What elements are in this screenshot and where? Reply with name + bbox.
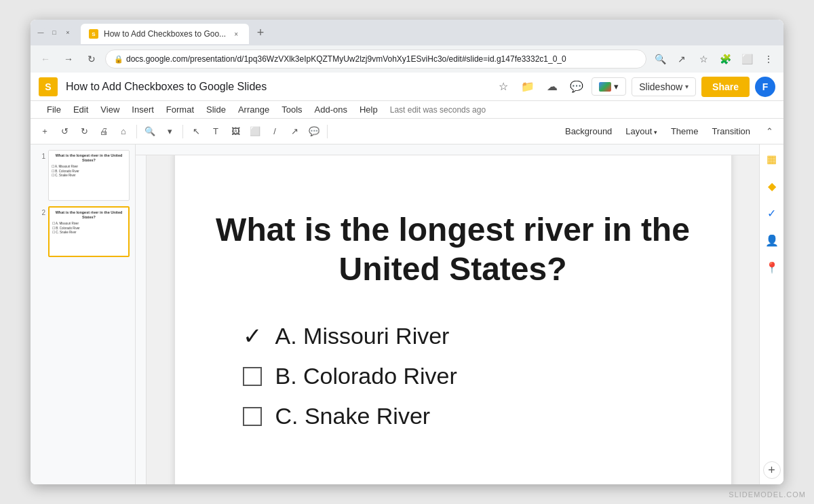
toolbar-divider-2 [182, 125, 183, 138]
browser-window: — □ × S How to Add Checkboxes to Goo... … [31, 20, 783, 484]
extensions-icon[interactable]: 🧩 [716, 50, 735, 69]
close-button[interactable]: × [63, 28, 73, 37]
slideshow-dropdown-icon: ▾ [685, 83, 689, 90]
toolbar-collapse[interactable]: ⌃ [760, 123, 778, 140]
toolbar-paint[interactable]: ⌂ [115, 123, 132, 140]
toolbar-end: Background Layout ▾ Theme Transition [560, 124, 756, 138]
refresh-button[interactable]: ↻ [82, 50, 101, 69]
add-to-drive-button[interactable]: 📁 [518, 77, 537, 96]
browser-tab[interactable]: S How to Add Checkboxes to Goo... × [81, 24, 249, 44]
header-actions: 💬 ▾ Slideshow ▾ Share F [567, 77, 775, 97]
toolbar-zoom-dropdown[interactable]: ▾ [161, 123, 178, 140]
ruler-top [136, 144, 759, 155]
address-actions: 🔍 ↗ ☆ 🧩 ⬜ ⋮ [651, 50, 778, 69]
slide-preview-title-1: What is the longest river in the United … [52, 153, 126, 163]
toolbar-line[interactable]: / [266, 123, 284, 140]
window-controls: — □ × [36, 28, 73, 37]
toolbar-background[interactable]: Background [560, 124, 617, 138]
slide-preview-opt-1b: ☐ B. Colorado River [52, 170, 126, 173]
forward-button[interactable]: → [59, 50, 78, 69]
toolbar-theme[interactable]: Theme [665, 124, 703, 138]
slide-preview-2[interactable]: What is the longest river in the United … [48, 206, 130, 257]
minimize-button[interactable]: — [36, 28, 45, 37]
ruler-left [136, 155, 147, 484]
chrome-profile-icon[interactable]: ⬜ [737, 50, 756, 69]
app-header: S How to Add Checkboxes to Google Slides… [31, 73, 783, 101]
toolbar-zoom[interactable]: 🔍 [141, 123, 159, 140]
share-page-icon[interactable]: ↗ [672, 50, 691, 69]
tab-title: How to Add Checkboxes to Goo... [104, 29, 226, 39]
keep-sidebar-icon[interactable]: ◆ [763, 177, 781, 195]
menu-insert[interactable]: Insert [126, 102, 159, 117]
editor-inner: What is the longest river in the United … [136, 155, 759, 484]
slide-num-1: 1 [36, 153, 45, 160]
slide-num-2: 2 [36, 209, 45, 216]
tasks-sidebar-icon[interactable]: ✓ [763, 204, 781, 222]
menu-arrange[interactable]: Arrange [233, 102, 275, 117]
menu-file[interactable]: File [41, 102, 66, 117]
right-sidebar: ▦ ◆ ✓ 👤 📍 + [759, 144, 783, 484]
toolbar-text[interactable]: T [207, 123, 225, 140]
menu-help[interactable]: Help [354, 102, 383, 117]
cloud-save-button[interactable]: ☁ [543, 77, 562, 96]
menu-bar: File Edit View Insert Format Slide Arran… [31, 101, 783, 119]
tab-favicon: S [89, 29, 98, 39]
menu-slide[interactable]: Slide [201, 102, 231, 117]
slide-option-a: ✓ A. Missouri River [243, 322, 691, 349]
user-avatar[interactable]: F [755, 77, 775, 97]
toolbar-redo[interactable]: ↻ [75, 123, 93, 140]
option-c-text: C. Snake River [275, 403, 431, 429]
toolbar-plus[interactable]: + [36, 123, 54, 140]
maximize-button[interactable]: □ [50, 28, 59, 37]
star-button[interactable]: ☆ [494, 77, 513, 96]
url-text: docs.google.com/presentation/d/1pq36WzVX… [126, 54, 566, 64]
slide-canvas[interactable]: What is the longest river in the United … [175, 155, 731, 484]
more-icon[interactable]: ⋮ [759, 50, 778, 69]
contacts-sidebar-icon[interactable]: 👤 [763, 231, 781, 249]
sidebar-add-button[interactable]: + [763, 461, 781, 479]
maps-sidebar-icon[interactable]: 📍 [763, 258, 781, 276]
slide-thumb-1[interactable]: 1 What is the longest river in the Unite… [36, 150, 130, 201]
slide-preview-title-2: What is the longest river in the United … [52, 210, 125, 220]
google-slides-sidebar-icon[interactable]: ▦ [763, 150, 781, 168]
toolbar-chat[interactable]: 💬 [305, 123, 323, 140]
toolbar-undo[interactable]: ↺ [56, 123, 73, 140]
comment-button[interactable]: 💬 [567, 77, 586, 96]
toolbar-print[interactable]: 🖨 [95, 123, 113, 140]
toolbar-transition[interactable]: Transition [706, 124, 756, 138]
title-bar: — □ × S How to Add Checkboxes to Goo... … [31, 20, 783, 45]
menu-view[interactable]: View [95, 102, 125, 117]
toolbar-arrow[interactable]: ↗ [286, 123, 303, 140]
slide-option-b: B. Colorado River [243, 363, 691, 389]
slide-question: What is the longest river in the United … [216, 210, 691, 288]
toolbar-divider-3 [327, 125, 328, 138]
toolbar-cursor[interactable]: ↖ [187, 123, 205, 140]
address-input[interactable]: 🔒 docs.google.com/presentation/d/1pq36Wz… [105, 50, 646, 69]
back-button[interactable]: ← [36, 50, 55, 69]
meet-button[interactable]: ▾ [592, 77, 626, 96]
meet-icon [599, 82, 611, 92]
share-button[interactable]: Share [701, 77, 750, 97]
toolbar: + ↺ ↻ 🖨 ⌂ 🔍 ▾ ↖ T 🖼 ⬜ / ↗ 💬 Background L… [31, 119, 783, 144]
option-a-check: ✓ [243, 322, 262, 349]
slide-thumb-2[interactable]: 2 What is the longest river in the Unite… [36, 206, 130, 257]
search-icon[interactable]: 🔍 [651, 50, 670, 69]
slideshow-label: Slideshow [639, 81, 682, 92]
bookmark-icon[interactable]: ☆ [694, 50, 713, 69]
toolbar-layout[interactable]: Layout ▾ [620, 124, 663, 138]
menu-tools[interactable]: Tools [276, 102, 307, 117]
option-b-checkbox [243, 367, 262, 386]
new-tab-button[interactable]: + [252, 24, 269, 41]
toolbar-image[interactable]: 🖼 [227, 123, 244, 140]
meet-label: ▾ [614, 81, 619, 92]
menu-edit[interactable]: Edit [68, 102, 94, 117]
watermark: SLIDEMODEL.COM [729, 490, 806, 499]
menu-format[interactable]: Format [161, 102, 199, 117]
toolbar-shapes[interactable]: ⬜ [246, 123, 264, 140]
tab-close-button[interactable]: × [231, 29, 241, 39]
layout-dropdown-icon: ▾ [652, 129, 657, 136]
menu-addons[interactable]: Add-ons [309, 102, 353, 117]
slide-preview-opt-1a: ☐ A. Missouri River [52, 165, 126, 168]
slide-preview-1[interactable]: What is the longest river in the United … [48, 150, 130, 201]
slideshow-button[interactable]: Slideshow ▾ [632, 77, 696, 96]
